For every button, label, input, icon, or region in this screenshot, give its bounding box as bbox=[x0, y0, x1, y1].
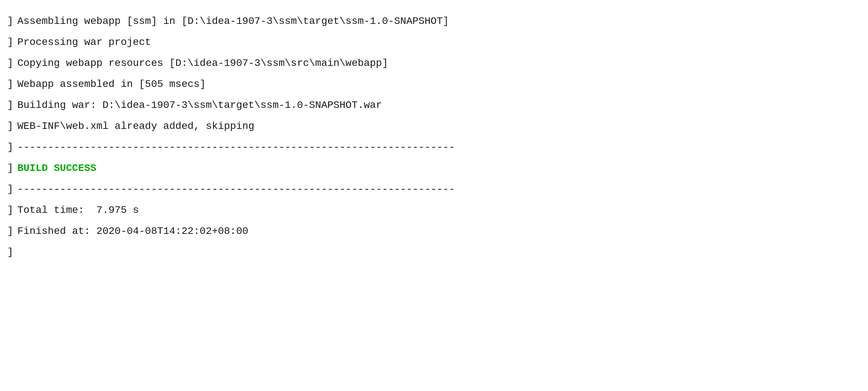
line-text: Finished at: 2020-04-08T14:22:02+08:00 bbox=[17, 224, 248, 239]
line-bracket: ] bbox=[7, 140, 14, 155]
log-line: ]Copying webapp resources [D:\idea-1907-… bbox=[7, 53, 861, 74]
line-text: ----------------------------------------… bbox=[17, 140, 455, 155]
log-line: ]Assembling webapp [ssm] in [D:\idea-190… bbox=[7, 11, 861, 32]
line-bracket: ] bbox=[7, 203, 14, 218]
line-bracket: ] bbox=[7, 56, 14, 71]
log-line: ]BUILD SUCCESS bbox=[7, 158, 861, 179]
line-bracket: ] bbox=[7, 119, 14, 134]
log-line: ]---------------------------------------… bbox=[7, 179, 861, 200]
line-bracket: ] bbox=[7, 98, 14, 113]
log-line: ]---------------------------------------… bbox=[7, 137, 861, 158]
line-bracket: ] bbox=[7, 245, 14, 260]
line-text: BUILD SUCCESS bbox=[17, 161, 96, 176]
console-output: ]Assembling webapp [ssm] in [D:\idea-190… bbox=[0, 7, 868, 266]
log-line: ]Finished at: 2020-04-08T14:22:02+08:00 bbox=[7, 221, 861, 242]
log-line: ] bbox=[7, 242, 861, 263]
line-bracket: ] bbox=[7, 161, 14, 176]
log-line: ]Webapp assembled in [505 msecs] bbox=[7, 74, 861, 95]
line-bracket: ] bbox=[7, 14, 14, 29]
line-text: Total time: 7.975 s bbox=[17, 203, 139, 218]
line-bracket: ] bbox=[7, 35, 14, 50]
line-bracket: ] bbox=[7, 182, 14, 197]
line-text: ----------------------------------------… bbox=[17, 182, 455, 197]
log-line: ]Processing war project bbox=[7, 32, 861, 53]
line-bracket: ] bbox=[7, 77, 14, 92]
log-line: ]WEB-INF\web.xml already added, skipping bbox=[7, 116, 861, 137]
line-text: Assembling webapp [ssm] in [D:\idea-1907… bbox=[17, 14, 449, 29]
log-line: ]Building war: D:\idea-1907-3\ssm\target… bbox=[7, 95, 861, 116]
line-text: Webapp assembled in [505 msecs] bbox=[17, 77, 206, 92]
line-bracket: ] bbox=[7, 224, 14, 239]
line-text: Copying webapp resources [D:\idea-1907-3… bbox=[17, 56, 388, 71]
line-text: WEB-INF\web.xml already added, skipping bbox=[17, 119, 254, 134]
log-line: ]Total time: 7.975 s bbox=[7, 200, 861, 221]
line-text: Processing war project bbox=[17, 35, 151, 50]
line-text: Building war: D:\idea-1907-3\ssm\target\… bbox=[17, 98, 382, 113]
